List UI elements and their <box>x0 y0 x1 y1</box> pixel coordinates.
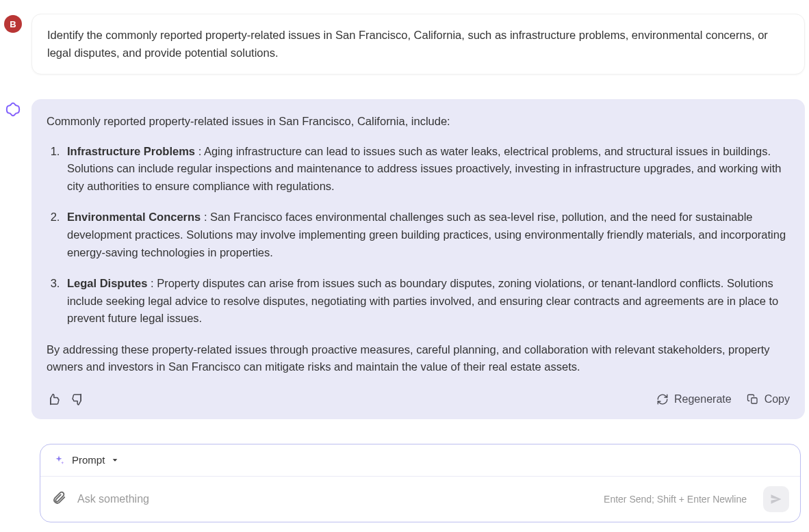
list-item: Environmental Concerns : San Francisco f… <box>63 209 790 261</box>
input-hint: Enter Send; Shift + Enter Newline <box>604 494 747 505</box>
ai-outro-text: By addressing these property-related iss… <box>47 341 790 376</box>
user-message-row: B Identify the commonly reported propert… <box>4 14 805 75</box>
action-bar: Regenerate Copy <box>47 391 790 408</box>
user-message: Identify the commonly reported property-… <box>31 14 805 75</box>
message-input[interactable] <box>77 493 593 505</box>
user-avatar: B <box>4 15 22 33</box>
ai-message: Commonly reported property-related issue… <box>31 99 805 419</box>
ai-list: Infrastructure Problems : Aging infrastr… <box>47 143 790 328</box>
list-item: Infrastructure Problems : Aging infrastr… <box>63 143 790 196</box>
sparkle-icon <box>53 454 65 466</box>
svg-rect-0 <box>751 398 756 403</box>
input-area: Prompt Enter Send; Shift + Enter Newline <box>40 444 801 522</box>
send-button[interactable] <box>763 486 789 512</box>
thumbs-down-icon <box>71 393 85 406</box>
ai-logo-icon <box>5 102 21 117</box>
copy-button[interactable]: Copy <box>747 391 790 408</box>
thumbs-down-button[interactable] <box>71 393 85 406</box>
regenerate-button[interactable]: Regenerate <box>656 391 732 408</box>
list-item: Legal Disputes : Property disputes can a… <box>63 275 790 328</box>
chevron-down-icon <box>112 457 118 464</box>
attach-button[interactable] <box>51 490 66 508</box>
ai-avatar <box>4 101 22 118</box>
send-icon <box>769 492 783 506</box>
thumbs-up-icon <box>47 393 60 406</box>
prompt-selector[interactable]: Prompt <box>40 444 800 477</box>
copy-icon <box>747 393 759 405</box>
regenerate-icon <box>656 393 669 405</box>
thumbs-up-button[interactable] <box>47 393 60 406</box>
regenerate-label: Regenerate <box>674 391 732 408</box>
paperclip-icon <box>51 490 66 505</box>
ai-intro-text: Commonly reported property-related issue… <box>47 113 790 131</box>
prompt-label: Prompt <box>72 454 105 466</box>
ai-message-row: Commonly reported property-related issue… <box>4 99 805 419</box>
copy-label: Copy <box>765 391 790 408</box>
